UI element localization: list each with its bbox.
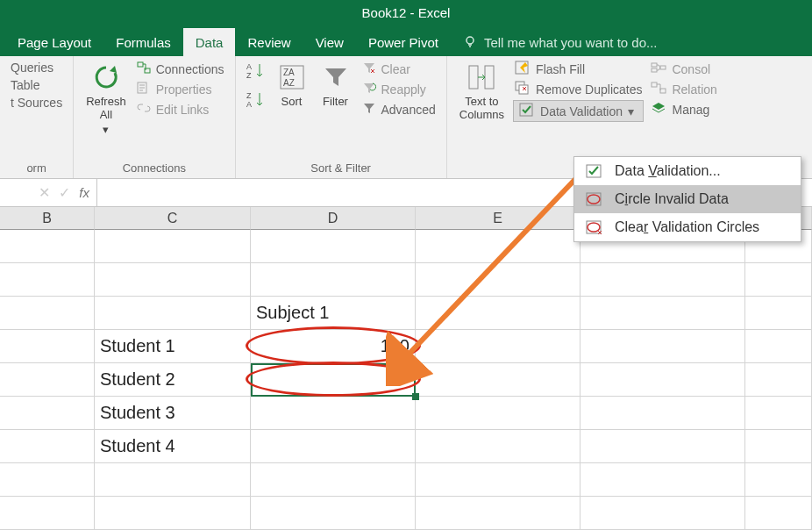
cell[interactable] — [95, 297, 251, 330]
confirm-icon[interactable]: ✓ — [59, 184, 70, 201]
cell-student[interactable]: Student 2 — [95, 363, 251, 397]
svg-text:A: A — [246, 100, 252, 109]
cell[interactable] — [416, 397, 581, 430]
cell[interactable] — [0, 363, 95, 397]
refresh-all-button[interactable]: Refresh All▾ — [82, 60, 130, 138]
relationships-button[interactable]: Relation — [649, 80, 718, 98]
cell[interactable] — [581, 297, 745, 330]
cell[interactable] — [416, 263, 581, 297]
table-button[interactable]: Table — [9, 77, 64, 93]
cell[interactable] — [581, 330, 745, 363]
tab-power-pivot[interactable]: Power Pivot — [356, 28, 451, 56]
cell[interactable] — [251, 497, 416, 530]
connections-icon — [137, 61, 151, 77]
text-to-columns-button[interactable]: Text to Columns — [456, 60, 508, 123]
cell[interactable] — [0, 330, 95, 363]
text-to-columns-icon — [466, 61, 497, 93]
cell-value[interactable]: 110 — [251, 330, 416, 363]
cell-student[interactable]: Student 4 — [95, 430, 251, 463]
reapply-button[interactable]: Reapply — [360, 80, 438, 98]
svg-rect-19 — [660, 66, 666, 69]
sort-desc-button[interactable]: ZA — [245, 89, 267, 112]
cell[interactable] — [416, 363, 581, 397]
menu-clear-validation-circles[interactable]: Clear Validation Circles — [574, 213, 801, 241]
data-validation-icon — [519, 103, 535, 119]
cell-student[interactable]: Student 3 — [95, 397, 251, 430]
advanced-icon — [362, 101, 376, 118]
recent-sources-button[interactable]: t Sources — [9, 95, 64, 111]
cell[interactable] — [0, 263, 95, 297]
col-header-b[interactable]: B — [0, 207, 95, 230]
menu-data-validation[interactable]: Data Validation... — [574, 157, 801, 185]
cell[interactable] — [581, 463, 745, 497]
col-header-d[interactable]: D — [251, 207, 416, 230]
tab-formulas[interactable]: Formulas — [103, 28, 183, 56]
cell[interactable] — [0, 297, 95, 330]
data-validation-button[interactable]: Data Validation ▾ — [513, 100, 644, 122]
consolidate-button[interactable]: Consol — [649, 60, 718, 78]
cell[interactable] — [416, 230, 581, 263]
edit-links-button[interactable]: Edit Links — [135, 100, 226, 118]
cell[interactable] — [0, 230, 95, 263]
col-header-e[interactable]: E — [416, 207, 581, 230]
cell[interactable] — [251, 230, 416, 263]
cell[interactable] — [95, 263, 251, 297]
manage-icon — [651, 101, 666, 118]
remove-duplicates-button[interactable]: Remove Duplicates — [513, 80, 644, 98]
tab-review[interactable]: Review — [235, 28, 303, 56]
cell[interactable] — [0, 463, 95, 497]
cell[interactable] — [416, 497, 581, 530]
cell[interactable] — [95, 463, 251, 497]
cell[interactable] — [581, 363, 745, 397]
filter-button[interactable]: Filter — [317, 60, 355, 110]
fill-handle[interactable] — [412, 393, 419, 400]
chevron-down-icon: ▾ — [628, 104, 634, 118]
cell[interactable] — [251, 263, 416, 297]
edit-links-icon — [137, 101, 151, 118]
menu-circle-invalid-data[interactable]: Circle Invalid Data — [574, 185, 801, 213]
cell[interactable] — [0, 397, 95, 430]
cell[interactable] — [416, 430, 581, 463]
clear-filter-button[interactable]: Clear — [360, 60, 438, 78]
properties-icon — [137, 81, 151, 97]
cell[interactable] — [251, 430, 416, 463]
fx-icon[interactable]: fx — [79, 185, 89, 200]
cell-subject-header[interactable]: Subject 1 — [251, 297, 416, 330]
svg-rect-1 — [138, 62, 143, 67]
cell[interactable] — [416, 297, 581, 330]
cell[interactable] — [581, 263, 745, 297]
cancel-icon[interactable]: ✕ — [39, 184, 50, 201]
connections-button[interactable]: Connections — [135, 60, 226, 78]
sort-desc-icon: ZA — [246, 90, 266, 111]
svg-rect-12 — [485, 66, 494, 89]
tab-view[interactable]: View — [303, 28, 356, 56]
tell-me-search[interactable]: Tell me what you want to do... — [451, 34, 670, 56]
properties-button[interactable]: Properties — [135, 80, 226, 98]
queries-button[interactable]: Queries — [9, 60, 64, 75]
manage-data-model-button[interactable]: Manag — [649, 100, 718, 118]
sort-button[interactable]: ZAAZ Sort — [273, 60, 311, 110]
cell[interactable] — [0, 497, 95, 530]
cell[interactable] — [95, 497, 251, 530]
sheet: B C D E F Subject 1 Student 1110 Student… — [0, 207, 812, 530]
cell[interactable] — [581, 497, 745, 530]
cell[interactable] — [416, 330, 581, 363]
advanced-filter-button[interactable]: Advanced — [360, 100, 438, 118]
cell[interactable] — [581, 430, 745, 463]
svg-rect-20 — [652, 82, 657, 87]
ribbon-tabs: Page Layout Formulas Data Review View Po… — [0, 25, 812, 56]
cell[interactable] — [251, 397, 416, 430]
cell[interactable] — [95, 230, 251, 263]
flash-fill-button[interactable]: Flash Fill — [513, 60, 644, 78]
cell[interactable] — [251, 463, 416, 497]
tab-data[interactable]: Data — [183, 28, 236, 56]
tab-page-layout[interactable]: Page Layout — [5, 28, 103, 56]
cell-student[interactable]: Student 1 — [95, 330, 251, 363]
cell[interactable] — [251, 363, 416, 397]
col-header-c[interactable]: C — [95, 207, 251, 230]
cell[interactable] — [581, 397, 745, 430]
sort-asc-button[interactable]: AZ — [245, 60, 267, 83]
data-validation-icon — [585, 163, 604, 179]
cell[interactable] — [0, 430, 95, 463]
cell[interactable] — [416, 463, 581, 497]
